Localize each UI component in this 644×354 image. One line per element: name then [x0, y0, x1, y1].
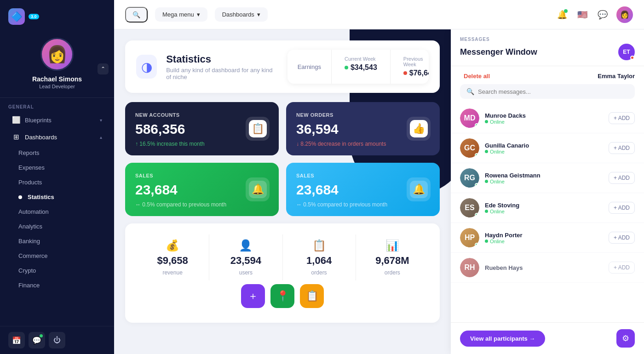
search-button[interactable]: 🔍 — [125, 7, 148, 23]
contact-name: Ede Stoving — [485, 202, 603, 209]
messenger-section-label: MESSAGES — [460, 37, 635, 42]
calendar-button[interactable]: 📅 — [8, 332, 25, 348]
stat-revenue: 💰 $9,658 revenue — [136, 234, 209, 280]
contact-avatar: HP — [460, 228, 479, 247]
contact-status: Online — [485, 179, 603, 184]
orders-icon: 📋 — [312, 239, 326, 252]
sales-green-icon: 🔔 — [246, 177, 270, 201]
bottom-actions: ＋ 📍 📋 — [136, 280, 429, 312]
sales-blue-change: ↔ 0.5% compared to previous month — [296, 201, 387, 208]
messenger-user-online-dot — [630, 56, 634, 60]
add-action-button[interactable]: ＋ — [241, 284, 265, 308]
blueprints-icon: ⬜ — [12, 116, 20, 124]
sidebar-item-commerce[interactable]: Commerce — [10, 249, 110, 263]
messenger-search-input[interactable] — [478, 88, 628, 95]
finance-label: Finance — [18, 282, 40, 289]
crypto-label: Crypto — [18, 267, 36, 274]
contact-info: Rowena Geistmann Online — [485, 172, 603, 184]
sidebar-item-automation[interactable]: Automation — [10, 205, 110, 219]
stats-icon: ◑ — [141, 59, 152, 74]
products-label: Products — [18, 179, 42, 186]
contact-item[interactable]: ES Ede Stoving Online + ADD — [451, 193, 644, 223]
contact-item[interactable]: RH Rueben Hays + ADD — [451, 253, 644, 283]
contact-avatar: RH — [460, 258, 479, 277]
chat-button[interactable]: 💬 — [29, 332, 45, 348]
add-contact-button[interactable]: + ADD — [609, 172, 635, 184]
emma-taylor-name: Emma Taylor — [598, 73, 635, 80]
expenses-label: Expenses — [18, 164, 45, 171]
sidebar-item-expenses[interactable]: Expenses — [10, 160, 110, 175]
add-contact-button[interactable]: + ADD — [609, 112, 635, 124]
sales-green-sub: ↔ 0.5% compared to previous month — [135, 201, 269, 208]
mega-menu-chevron: ▾ — [197, 11, 200, 18]
bottom-stats-row: 💰 $9,658 revenue 👤 23,594 users 📋 1,064 … — [136, 234, 429, 280]
current-week-label: Current Week — [345, 56, 376, 62]
reports-label: Reports — [18, 149, 40, 156]
sidebar-item-banking[interactable]: Banking — [10, 234, 110, 248]
sales-green-change: ↔ 0.5% compared to previous month — [135, 201, 226, 208]
notifications-button[interactable]: 🔔 — [554, 6, 570, 23]
stat-card-new-orders: NEW ORDERS 36,594 ↓ 8.25% decrease in or… — [286, 102, 440, 155]
search-icon: 🔍 — [466, 88, 474, 95]
statistics-label: Statistics — [28, 194, 54, 200]
table-action-button[interactable]: 📋 — [300, 284, 324, 308]
earnings-label: Earnings — [298, 63, 321, 70]
stats-subtitle: Build any kind of dashboard for any kind… — [166, 67, 278, 80]
sidebar-item-dashboards[interactable]: ⊞ Dashboards ▴ — [4, 129, 110, 145]
sidebar-logo: 🔷 3.0 — [0, 0, 114, 29]
sidebar-item-products[interactable]: Products — [10, 175, 110, 189]
messenger-actions-row: Delete all Emma Taylor — [451, 66, 644, 84]
sidebar-collapse-button[interactable]: ⌃ — [98, 63, 109, 74]
new-orders-label: NEW ORDERS — [296, 112, 430, 118]
stat-users: 👤 23,594 users — [209, 234, 282, 280]
status-dot — [485, 150, 488, 153]
sidebar-item-statistics[interactable]: Statistics — [10, 190, 110, 204]
analytics-label: Analytics — [18, 223, 42, 230]
contact-info: Rueben Hays — [485, 264, 603, 271]
logo-icon: 🔷 — [8, 8, 25, 25]
dashboards-menu-button[interactable]: Dashboards ▾ — [215, 7, 268, 22]
online-dot — [475, 213, 479, 217]
messenger-search: 🔍 — [451, 84, 644, 103]
contact-info: Gunilla Canario Online — [485, 142, 603, 154]
current-week-value: $34,543 — [345, 63, 377, 72]
sidebar-item-crypto[interactable]: Crypto — [10, 263, 110, 278]
contact-item[interactable]: RG Rowena Geistmann Online + ADD — [451, 163, 644, 193]
messages-topbar-button[interactable]: 💬 — [594, 6, 611, 23]
topbar-avatar[interactable]: 👩 — [616, 6, 633, 23]
sidebar-item-finance[interactable]: Finance — [10, 278, 110, 292]
add-contact-button[interactable]: + ADD — [609, 142, 635, 154]
contact-status: Online — [485, 119, 603, 125]
stats-header-text: Statistics Build any kind of dashboard f… — [166, 53, 278, 80]
contact-item[interactable]: MD Munroe Dacks Online + ADD — [451, 103, 644, 133]
search-icon: 🔍 — [132, 11, 140, 18]
contact-item[interactable]: HP Haydn Porter Online + ADD — [451, 223, 644, 253]
sales-green-label: SALES — [135, 173, 269, 178]
expand-icon: ▾ — [100, 118, 102, 123]
language-flag[interactable]: 🇺🇸 — [576, 10, 589, 19]
add-contact-button[interactable]: + ADD — [609, 232, 635, 244]
messenger-user-avatar[interactable]: ET — [618, 44, 635, 60]
current-week-tab[interactable]: Current Week $34,543 — [332, 50, 391, 84]
location-action-button[interactable]: 📍 — [270, 284, 294, 308]
power-button[interactable]: ⏻ — [49, 332, 65, 348]
messenger-title: Messenger Window — [460, 47, 537, 57]
add-contact-button[interactable]: + ADD — [609, 262, 635, 274]
dashboards-icon: ⊞ — [12, 133, 20, 141]
mega-menu-button[interactable]: Mega menu ▾ — [155, 7, 207, 22]
status-dot — [485, 210, 488, 213]
dashboards-children: Reports Expenses Products Statistics Aut… — [0, 146, 114, 292]
automation-label: Automation — [18, 208, 49, 215]
sidebar-item-analytics[interactable]: Analytics — [10, 219, 110, 234]
current-week-dot — [345, 66, 348, 69]
sidebar-item-blueprints[interactable]: ⬜ Blueprints ▾ — [4, 112, 110, 128]
add-contact-button[interactable]: + ADD — [609, 202, 635, 214]
revenue-icon: 💰 — [166, 239, 179, 252]
view-all-participants-button[interactable]: View all participants → — [460, 331, 545, 347]
stat-cards-grid: NEW ACCOUNTS 586,356 ↑ 16.5% increase th… — [125, 102, 440, 216]
previous-week-tab[interactable]: Previous Week $76,645 — [391, 50, 429, 84]
contact-item[interactable]: GC Gunilla Canario Online + ADD — [451, 133, 644, 163]
sidebar-item-reports[interactable]: Reports — [10, 146, 110, 160]
delete-all-button[interactable]: Delete all — [460, 71, 494, 81]
settings-button[interactable]: ⚙ — [616, 329, 635, 348]
